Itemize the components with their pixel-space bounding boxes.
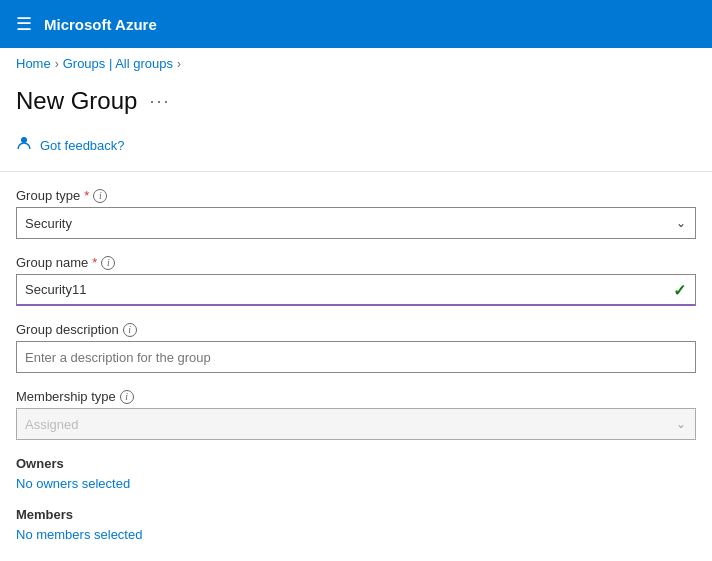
group-type-select-wrapper: Security Microsoft 365 ⌄: [16, 207, 696, 239]
group-type-required: *: [84, 188, 89, 203]
breadcrumb-sep-1: ›: [55, 57, 59, 71]
no-members-link[interactable]: No members selected: [16, 527, 142, 542]
group-name-field: Group name * i ✓: [16, 255, 696, 306]
group-type-select[interactable]: Security Microsoft 365: [16, 207, 696, 239]
group-description-label: Group description i: [16, 322, 696, 337]
membership-type-select[interactable]: Assigned Dynamic User Dynamic Device: [16, 408, 696, 440]
members-section: Members No members selected: [16, 507, 696, 542]
page-title: New Group: [16, 87, 137, 115]
group-name-info-icon[interactable]: i: [101, 256, 115, 270]
breadcrumb: Home › Groups | All groups ›: [0, 48, 712, 79]
breadcrumb-sep-2: ›: [177, 57, 181, 71]
membership-type-field: Membership type i Assigned Dynamic User …: [16, 389, 696, 440]
breadcrumb-home[interactable]: Home: [16, 56, 51, 71]
membership-type-info-icon[interactable]: i: [120, 390, 134, 404]
group-description-field: Group description i: [16, 322, 696, 373]
no-owners-link[interactable]: No owners selected: [16, 476, 130, 491]
group-type-info-icon[interactable]: i: [93, 189, 107, 203]
feedback-person-icon: [16, 135, 32, 155]
group-name-required: *: [92, 255, 97, 270]
svg-point-0: [21, 137, 27, 143]
page-header: New Group ···: [0, 79, 712, 127]
group-description-input[interactable]: [16, 341, 696, 373]
group-description-input-wrapper: [16, 341, 696, 373]
membership-type-label: Membership type i: [16, 389, 696, 404]
form-area: Group type * i Security Microsoft 365 ⌄ …: [0, 180, 712, 561]
topbar-title: Microsoft Azure: [44, 16, 157, 33]
feedback-link[interactable]: Got feedback?: [40, 138, 125, 153]
breadcrumb-groups[interactable]: Groups | All groups: [63, 56, 173, 71]
group-type-field: Group type * i Security Microsoft 365 ⌄: [16, 188, 696, 239]
hamburger-icon[interactable]: ☰: [16, 13, 32, 35]
group-description-info-icon[interactable]: i: [123, 323, 137, 337]
owners-section: Owners No owners selected: [16, 456, 696, 491]
feedback-bar: Got feedback?: [0, 127, 712, 172]
group-name-input[interactable]: [16, 274, 696, 306]
members-label: Members: [16, 507, 696, 522]
group-type-label: Group type * i: [16, 188, 696, 203]
owners-label: Owners: [16, 456, 696, 471]
group-name-valid-icon: ✓: [673, 281, 686, 300]
topbar: ☰ Microsoft Azure: [0, 0, 712, 48]
group-name-label: Group name * i: [16, 255, 696, 270]
more-options-icon[interactable]: ···: [149, 91, 170, 112]
membership-type-select-wrapper: Assigned Dynamic User Dynamic Device ⌄: [16, 408, 696, 440]
group-name-input-wrapper: ✓: [16, 274, 696, 306]
